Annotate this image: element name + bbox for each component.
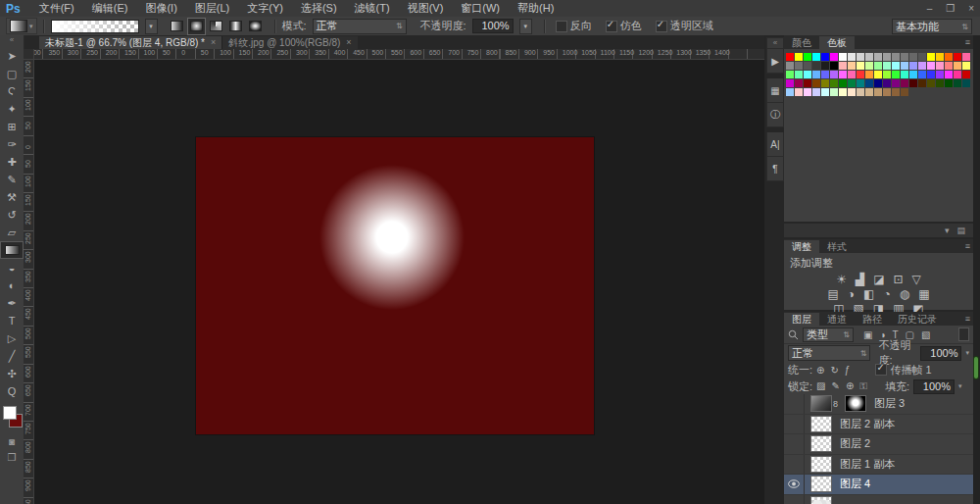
swatches-tab-1[interactable]: 色板 <box>819 36 855 49</box>
color-swatch[interactable] <box>954 71 961 78</box>
color-swatch[interactable] <box>954 62 961 70</box>
workspace-select[interactable]: 基本功能⇅ <box>892 19 972 34</box>
layer-thumbnail[interactable] <box>810 456 832 473</box>
color-swatch[interactable] <box>918 53 926 61</box>
panel-options-icon[interactable]: ▤ <box>956 226 965 235</box>
menu-item-4[interactable]: 文字(Y) <box>238 0 292 17</box>
layers-tab-2[interactable]: 路径 <box>855 313 890 326</box>
color-swatch[interactable] <box>936 62 944 70</box>
opacity-value[interactable]: 100% <box>472 19 514 33</box>
opacity-arrow[interactable]: ▾ <box>519 19 532 34</box>
color-lookup-icon[interactable]: ▦ <box>918 287 929 301</box>
tab-close-icon[interactable]: × <box>346 36 351 49</box>
layers-tab-1[interactable]: 通道 <box>819 313 855 326</box>
color-swatch[interactable] <box>945 62 953 70</box>
option-checkbox-0[interactable]: 反向 <box>556 19 592 33</box>
color-swatch[interactable] <box>830 62 838 70</box>
color-swatch[interactable] <box>892 71 900 78</box>
menu-item-8[interactable]: 窗口(W) <box>452 0 509 17</box>
filter-kind-select[interactable]: 类型⇅ <box>803 328 854 342</box>
document-canvas[interactable] <box>196 137 594 434</box>
option-checkbox-1[interactable]: 仿色 <box>606 19 642 33</box>
move-tool[interactable]: ➤ <box>0 47 24 65</box>
close-button[interactable]: × <box>968 0 974 17</box>
brightness-contrast-icon[interactable]: ☀ <box>836 273 847 286</box>
color-swatch[interactable] <box>962 79 970 87</box>
color-swatch[interactable] <box>927 53 935 61</box>
eraser-tool[interactable]: ▱ <box>0 224 24 241</box>
color-swatch[interactable] <box>839 71 847 78</box>
color-swatch[interactable] <box>936 71 944 78</box>
color-swatch[interactable] <box>812 71 820 78</box>
color-swatch[interactable] <box>909 71 917 78</box>
color-swatch[interactable] <box>830 53 838 61</box>
eyedropper-tool[interactable]: ✑ <box>0 135 24 153</box>
color-swatch[interactable] <box>918 62 926 70</box>
color-swatch[interactable] <box>857 79 864 87</box>
clone-stamp-tool[interactable]: ⚒ <box>0 188 24 206</box>
layer-row-4[interactable]: 图层 4 <box>784 475 973 495</box>
color-swatch[interactable] <box>901 79 908 87</box>
lasso-tool[interactable]: Ϛ <box>0 82 24 100</box>
color-swatch[interactable] <box>874 53 882 61</box>
visibility-toggle[interactable] <box>784 455 805 475</box>
menu-item-1[interactable]: 编辑(E) <box>83 0 137 17</box>
color-swatch[interactable] <box>874 71 882 78</box>
layers-opacity-value[interactable]: 100% <box>920 346 961 361</box>
vibrance-icon[interactable]: ▽ <box>912 273 921 286</box>
layer-thumbnail[interactable] <box>810 395 832 412</box>
reflected-gradient-button[interactable] <box>226 18 245 35</box>
layer-thumbnail[interactable] <box>810 476 832 492</box>
gradient-picker-arrow[interactable]: ▾ <box>145 19 158 34</box>
color-swatch[interactable] <box>857 88 864 96</box>
character-panel-icon[interactable]: A| <box>766 132 784 157</box>
history-brush-tool[interactable]: ↺ <box>0 206 24 224</box>
color-swatch[interactable] <box>892 79 900 87</box>
color-swatch[interactable] <box>804 53 811 61</box>
lock-all-icon[interactable]: ⚿ <box>859 380 867 392</box>
filter-pixel-icon[interactable]: ▣ <box>863 329 872 340</box>
color-swatch[interactable] <box>874 62 882 70</box>
color-swatch[interactable] <box>865 88 873 96</box>
color-swatch[interactable] <box>883 88 891 96</box>
panel-scrollbar[interactable] <box>973 35 980 504</box>
restore-button[interactable]: ❐ <box>946 0 955 17</box>
scrollbar-thumb[interactable] <box>974 357 978 378</box>
layer-row-1[interactable]: 图层 2 副本 <box>784 415 973 435</box>
exposure-icon[interactable]: ⊡ <box>894 273 904 286</box>
color-swatch[interactable] <box>865 79 873 87</box>
quick-selection-tool[interactable]: ✦ <box>0 100 24 118</box>
blend-mode-select[interactable]: 正常⇅ <box>788 345 870 361</box>
swatches-tab-0[interactable]: 颜色 <box>784 36 819 49</box>
layer-row-5[interactable] <box>784 495 973 504</box>
menu-item-3[interactable]: 图层(L) <box>186 0 238 17</box>
color-swatch[interactable] <box>786 88 794 96</box>
color-swatch[interactable] <box>892 62 900 70</box>
tab-close-icon[interactable]: × <box>211 36 216 49</box>
blur-tool[interactable]: ◒ <box>0 259 24 277</box>
line-tool[interactable]: ╱ <box>0 347 24 365</box>
filter-smartobject-icon[interactable]: ▧ <box>921 329 930 340</box>
color-swatch[interactable] <box>936 79 944 87</box>
color-swatch[interactable] <box>839 88 847 96</box>
fill-arrow[interactable]: ▾ <box>958 382 962 390</box>
radial-gradient-button[interactable] <box>187 18 206 35</box>
angle-gradient-button[interactable] <box>207 18 225 35</box>
dodge-tool[interactable]: ◐ <box>0 277 24 294</box>
color-swatch[interactable] <box>830 79 838 87</box>
color-swatch[interactable] <box>892 53 900 61</box>
color-swatch[interactable] <box>839 79 847 87</box>
color-swatch[interactable] <box>883 53 891 61</box>
color-swatch[interactable] <box>945 53 953 61</box>
path-selection-tool[interactable]: ▷ <box>0 329 24 347</box>
color-swatch[interactable] <box>962 53 970 61</box>
gradient-preview[interactable] <box>51 20 139 33</box>
color-swatch[interactable] <box>865 71 873 78</box>
visibility-toggle[interactable] <box>784 434 805 454</box>
layer-mask-thumbnail[interactable] <box>845 395 866 412</box>
color-swatch[interactable] <box>927 79 935 87</box>
color-swatch[interactable] <box>812 53 820 61</box>
color-swatch[interactable] <box>821 53 829 61</box>
color-swatch[interactable] <box>848 79 856 87</box>
color-swatch[interactable] <box>786 71 794 78</box>
